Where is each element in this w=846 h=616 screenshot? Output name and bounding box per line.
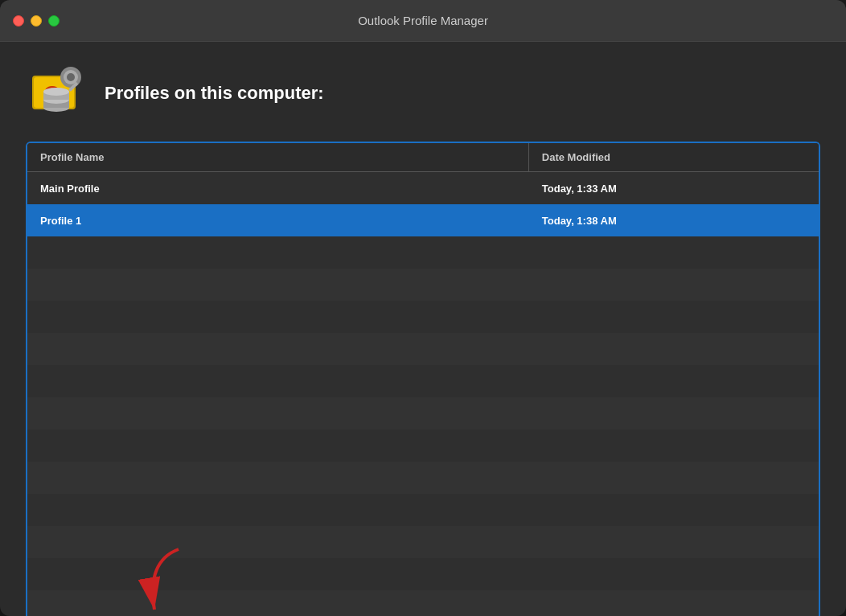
table-row-empty[interactable]	[27, 526, 819, 558]
table-row-empty[interactable]	[27, 397, 819, 429]
table-row-empty[interactable]	[27, 236, 819, 269]
profile-name-cell: Profile 1	[27, 215, 529, 227]
table-row[interactable]: Main Profile Today, 1:33 AM	[27, 172, 819, 204]
table-row[interactable]: Profile 1 Today, 1:38 AM	[27, 204, 819, 236]
svg-point-11	[43, 88, 69, 96]
section-title: Profiles on this computer:	[105, 83, 324, 104]
table-row-empty[interactable]	[27, 558, 819, 590]
table-row-empty[interactable]	[27, 590, 819, 616]
table-row-empty[interactable]	[27, 494, 819, 526]
titlebar: Outlook Profile Manager	[0, 0, 846, 42]
column-header-name: Profile Name	[27, 143, 529, 171]
table-row-empty[interactable]	[27, 429, 819, 462]
table-body: Main Profile Today, 1:33 AM Profile 1 To…	[27, 172, 819, 616]
profile-date-cell: Today, 1:33 AM	[529, 183, 819, 195]
table-row-empty[interactable]	[27, 365, 819, 397]
traffic-lights	[13, 15, 60, 27]
maximize-button[interactable]	[48, 15, 60, 27]
app-window: Outlook Profile Manager O	[0, 0, 846, 616]
profile-date-cell: Today, 1:38 AM	[529, 215, 819, 227]
profile-name-cell: Main Profile	[27, 183, 529, 195]
close-button[interactable]	[13, 15, 24, 27]
table-row-empty[interactable]	[27, 301, 819, 333]
column-header-date: Date Modified	[529, 143, 819, 171]
app-icon: O	[26, 61, 90, 125]
table-row-empty[interactable]	[27, 333, 819, 365]
profiles-table: Profile Name Date Modified Main Profile …	[26, 142, 820, 616]
table-row-empty[interactable]	[27, 462, 819, 494]
table-row-empty[interactable]	[27, 269, 819, 301]
svg-point-5	[67, 73, 75, 81]
main-content: O Profiles on this computer:	[0, 42, 846, 616]
window-title: Outlook Profile Manager	[358, 14, 488, 27]
table-header: Profile Name Date Modified	[27, 143, 819, 172]
header-area: O Profiles on this computer:	[26, 61, 820, 125]
minimize-button[interactable]	[31, 15, 42, 27]
